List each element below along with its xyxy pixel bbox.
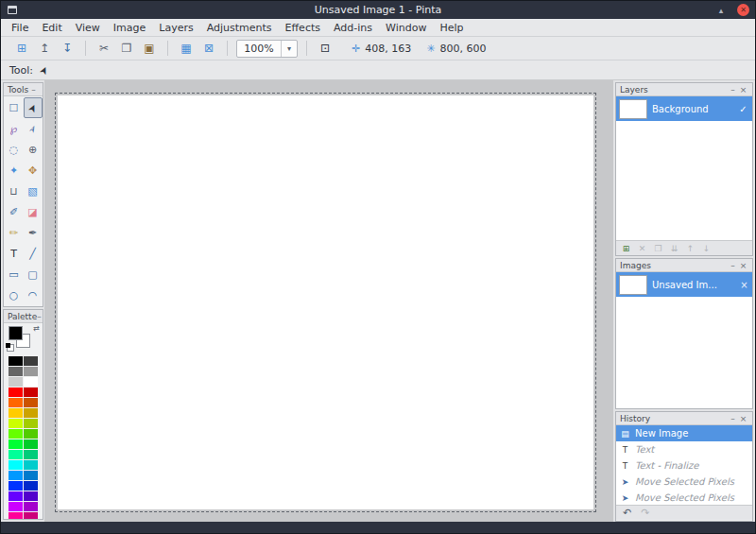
layer-row[interactable]: Background✓ <box>616 96 752 121</box>
palette-swatch[interactable] <box>9 356 23 366</box>
copy-button[interactable]: ❐ <box>115 39 138 58</box>
layer-visibility-checkbox[interactable]: ✓ <box>737 104 749 114</box>
pencil-tool[interactable]: ✏ <box>5 222 24 243</box>
zoom-combo[interactable]: 100% ▾ <box>236 40 298 58</box>
save-image-button[interactable]: ↧ <box>56 39 78 58</box>
image-row[interactable]: Unsaved Im...× <box>616 272 752 297</box>
move-layer-down-button[interactable]: ↓ <box>700 244 713 253</box>
color-picker-tool[interactable]: ✒ <box>24 222 43 243</box>
lasso-select-tool[interactable]: ℘ <box>5 118 24 139</box>
history-item[interactable]: ➤Move Selected Pixels <box>616 474 752 490</box>
move-selected-tool[interactable]: ➤ <box>24 97 43 118</box>
palette-swatch[interactable] <box>24 356 38 366</box>
magic-wand-tool[interactable]: ✦ <box>5 160 24 181</box>
rounded-rectangle-tool[interactable]: ▢ <box>24 264 43 284</box>
palette-swatch[interactable] <box>24 367 38 376</box>
eraser-tool[interactable]: ◪ <box>24 201 43 222</box>
palette-swatch[interactable] <box>9 419 23 428</box>
reset-colors-icon[interactable] <box>7 344 14 352</box>
palette-swatch[interactable] <box>9 367 23 376</box>
images-panel-minimize-icon[interactable]: – <box>728 261 738 270</box>
paint-bucket-tool[interactable]: ⊔ <box>5 181 24 201</box>
palette-swatch[interactable] <box>9 460 23 470</box>
text-tool[interactable]: T <box>5 243 24 264</box>
palette-swatch[interactable] <box>24 398 38 407</box>
tools-panel-collapse-icon[interactable]: – <box>28 85 39 95</box>
palette-swatch[interactable] <box>24 481 38 491</box>
ellipse-tool[interactable]: ○ <box>5 284 24 305</box>
menu-layers[interactable]: Layers <box>152 20 199 36</box>
deselect-button[interactable]: ⊠ <box>198 39 220 58</box>
palette-swatch[interactable] <box>24 439 38 449</box>
layers-panel-close-icon[interactable]: × <box>738 85 748 95</box>
palette-swatch[interactable] <box>9 398 23 407</box>
cut-button[interactable]: ✂ <box>93 39 115 58</box>
swap-colors-icon[interactable]: ⇄ <box>33 324 40 333</box>
palette-swatch[interactable] <box>24 388 38 397</box>
images-panel-close-icon[interactable]: × <box>738 261 748 270</box>
palette-swatch[interactable] <box>24 471 38 480</box>
palette-swatch[interactable] <box>24 512 38 520</box>
palette-swatch[interactable] <box>24 377 38 387</box>
palette-swatch[interactable] <box>9 512 23 520</box>
move-layer-up-button[interactable]: ↑ <box>684 244 696 253</box>
zoom-tool[interactable]: ⊕ <box>24 139 43 160</box>
menu-image[interactable]: Image <box>107 20 152 36</box>
palette-swatch[interactable] <box>24 408 38 418</box>
menu-effects[interactable]: Effects <box>279 20 327 36</box>
history-item[interactable]: TText - Finalize <box>616 457 752 474</box>
close-button[interactable]: ✕ <box>737 4 749 16</box>
titlebar[interactable]: Unsaved Image 1 - Pinta ▴ ✕ <box>1 1 755 19</box>
palette-swatch[interactable] <box>24 491 38 501</box>
layers-panel-minimize-icon[interactable]: – <box>728 85 738 95</box>
palette-swatch[interactable] <box>9 429 23 439</box>
palette-swatch[interactable] <box>9 408 23 418</box>
palette-swatch[interactable] <box>24 419 38 428</box>
palette-swatch[interactable] <box>9 450 23 459</box>
image-close-icon[interactable]: × <box>739 280 749 290</box>
primary-color-swatch[interactable] <box>9 326 23 340</box>
palette-swatch[interactable] <box>9 491 23 501</box>
rectangle-select-tool[interactable]: ☐ <box>5 97 24 118</box>
palette-swatch[interactable] <box>9 471 23 480</box>
undo-button[interactable]: ↶ <box>623 507 631 519</box>
ellipse-select-tool[interactable]: ◌ <box>5 139 24 160</box>
palette-swatch[interactable] <box>24 460 38 470</box>
duplicate-layer-button[interactable]: ❐ <box>652 244 664 253</box>
rectangle-tool[interactable]: ▭ <box>5 264 24 284</box>
palette-swatch[interactable] <box>9 388 23 397</box>
menu-adjustments[interactable]: Adjustments <box>200 20 279 36</box>
move-selection-tool[interactable]: ➢ <box>24 118 43 139</box>
freeform-shape-tool[interactable]: ◠ <box>24 284 43 305</box>
palette-swatch[interactable] <box>9 502 23 511</box>
redo-button[interactable]: ↷ <box>641 507 649 519</box>
merge-layer-down-button[interactable]: ⇊ <box>668 244 680 253</box>
menu-add-ins[interactable]: Add-ins <box>327 20 379 36</box>
maximize-button[interactable]: ▴ <box>714 4 728 17</box>
canvas-workspace[interactable] <box>44 80 613 522</box>
zoom-dropdown-icon[interactable]: ▾ <box>281 41 297 57</box>
palette-swatch[interactable] <box>9 439 23 449</box>
open-image-button[interactable]: ↥ <box>33 39 56 58</box>
menu-edit[interactable]: Edit <box>35 20 68 36</box>
palette-swatch[interactable] <box>9 377 23 387</box>
canvas[interactable] <box>58 95 593 509</box>
history-item[interactable]: ➤Move Selected Pixels <box>616 490 752 505</box>
history-item[interactable]: TText <box>616 441 752 457</box>
gradient-tool[interactable]: ▧ <box>24 181 43 201</box>
palette-panel-collapse-icon[interactable]: – <box>37 312 42 321</box>
history-panel-close-icon[interactable]: × <box>738 414 748 423</box>
delete-layer-button[interactable]: ✕ <box>636 244 648 253</box>
history-panel-minimize-icon[interactable]: – <box>728 414 738 423</box>
menu-file[interactable]: File <box>5 20 35 36</box>
paste-button[interactable]: ▣ <box>138 39 161 58</box>
add-layer-button[interactable]: ⊞ <box>620 244 632 253</box>
pan-tool[interactable]: ✥ <box>24 160 43 181</box>
menu-window[interactable]: Window <box>379 20 433 36</box>
new-image-button[interactable]: ⊞ <box>10 39 33 58</box>
menu-view[interactable]: View <box>69 20 107 36</box>
palette-swatch[interactable] <box>24 502 38 511</box>
palette-swatch[interactable] <box>9 481 23 491</box>
menu-help[interactable]: Help <box>433 20 470 36</box>
crop-to-selection-button[interactable]: ▦ <box>175 39 198 58</box>
